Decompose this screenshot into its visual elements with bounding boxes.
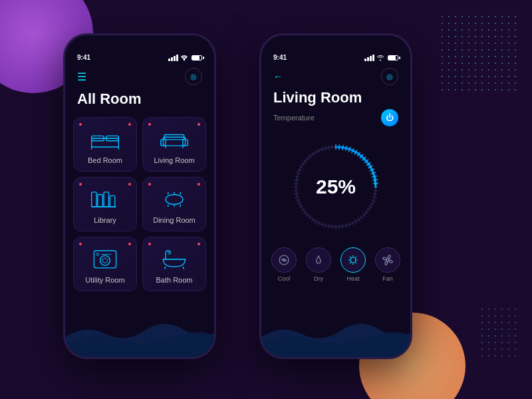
room-card-utilityroom[interactable]: Utility Room: [73, 237, 137, 291]
room-card-library[interactable]: Library: [73, 177, 137, 231]
dry-label: Dry: [314, 275, 323, 282]
svg-line-71: [342, 223, 343, 229]
svg-line-52: [372, 176, 377, 177]
location-icon-right[interactable]: ◎: [381, 68, 398, 85]
phone1-header: ☰ ◎: [65, 65, 214, 90]
svg-line-101: [309, 154, 312, 158]
room-grid: Bed Room Living Room Library: [65, 117, 214, 291]
svg-line-72: [339, 224, 340, 229]
cool-label: Cool: [278, 275, 291, 282]
svg-line-119: [350, 263, 350, 263]
control-dry: Dry: [306, 247, 331, 282]
dining-icon: [158, 187, 190, 211]
svg-line-77: [321, 222, 323, 227]
bg-dots-top: [439, 13, 519, 93]
svg-line-64: [362, 213, 366, 217]
temperature-row: Temperature ⏻: [261, 109, 410, 132]
svg-line-66: [357, 217, 360, 222]
svg-line-80: [311, 217, 315, 222]
control-heat: Heat: [340, 247, 366, 282]
svg-line-105: [321, 147, 323, 152]
svg-point-18: [166, 195, 183, 205]
livingroom-label: Living Room: [154, 156, 194, 164]
control-cool: Cool: [271, 247, 297, 282]
dry-icon: [313, 254, 325, 266]
back-icon[interactable]: ←: [273, 71, 283, 82]
svg-line-41: [348, 147, 350, 152]
svg-line-53: [372, 180, 378, 180]
location-icon[interactable]: ◎: [185, 68, 202, 85]
svg-line-104: [318, 148, 320, 153]
svg-line-95: [296, 172, 301, 174]
dry-button[interactable]: [306, 247, 331, 273]
battery-icon: [192, 55, 202, 61]
room-card-diningroom[interactable]: Dining Room: [142, 177, 206, 231]
status-icons-left: [168, 55, 202, 61]
svg-line-43: [354, 150, 357, 155]
svg-line-42: [352, 148, 354, 153]
svg-rect-13: [92, 192, 96, 207]
svg-point-33: [168, 252, 171, 255]
svg-point-28: [96, 253, 99, 256]
signal-icon-right: [364, 55, 374, 61]
svg-line-60: [370, 203, 374, 205]
svg-line-96: [297, 169, 302, 171]
svg-line-63: [364, 211, 368, 214]
svg-line-31: [164, 267, 166, 269]
svg-point-26: [100, 255, 110, 265]
svg-line-57: [372, 194, 378, 194]
svg-line-84: [301, 208, 306, 211]
page-title-livingroom: Living Room: [261, 89, 410, 109]
cool-button[interactable]: [271, 247, 297, 273]
fan-button[interactable]: [375, 247, 400, 273]
bed-icon: [89, 127, 121, 151]
svg-line-98: [301, 162, 306, 166]
svg-line-56: [373, 190, 378, 191]
svg-line-70: [345, 223, 346, 228]
heat-button[interactable]: [340, 247, 366, 273]
fan-label: Fan: [382, 275, 393, 282]
svg-line-49: [368, 166, 372, 168]
wave-decoration-left: [65, 311, 214, 357]
library-icon: [89, 187, 121, 211]
room-card-livingroom[interactable]: Living Room: [142, 117, 206, 172]
svg-line-58: [372, 196, 377, 198]
svg-line-45: [360, 154, 363, 158]
svg-line-44: [357, 152, 360, 157]
svg-point-34: [380, 59, 381, 61]
room-card-bedroom[interactable]: Bed Room: [73, 117, 137, 172]
status-time-right: 9:41: [273, 54, 287, 61]
svg-line-50: [370, 169, 374, 171]
controls-row: Cool Dry: [261, 245, 410, 287]
svg-line-86: [297, 203, 302, 205]
svg-line-62: [366, 208, 371, 211]
svg-line-75: [329, 223, 329, 229]
svg-rect-16: [110, 196, 114, 207]
heat-icon: [347, 254, 359, 266]
phone-living-room: 9:41 ← ◎ Living Room Temperature ⏻: [259, 33, 412, 359]
menu-icon[interactable]: ☰: [77, 70, 86, 83]
svg-line-94: [295, 176, 300, 177]
svg-line-89: [294, 194, 299, 194]
svg-line-54: [373, 183, 378, 184]
page-title-allroom: All Room: [65, 90, 214, 117]
svg-line-116: [350, 257, 350, 257]
phone-all-room: 9:41 ☰ ◎ All Room: [63, 33, 216, 359]
svg-rect-7: [163, 137, 185, 146]
svg-line-32: [183, 267, 184, 269]
power-button[interactable]: ⏻: [381, 109, 398, 126]
svg-line-118: [356, 257, 356, 257]
svg-line-102: [311, 152, 315, 157]
svg-line-78: [318, 221, 320, 225]
svg-line-59: [371, 200, 376, 201]
gauge-percent: 25%: [316, 176, 356, 198]
status-bar-left: 9:41: [65, 35, 214, 65]
svg-line-39: [342, 145, 343, 150]
svg-line-103: [315, 150, 317, 155]
svg-line-82: [306, 213, 310, 217]
room-card-bathroom[interactable]: Bath Room: [142, 237, 206, 291]
fan-icon: [382, 254, 394, 266]
svg-point-27: [102, 258, 107, 263]
wifi-icon-right: [376, 55, 384, 61]
svg-line-117: [356, 263, 356, 263]
